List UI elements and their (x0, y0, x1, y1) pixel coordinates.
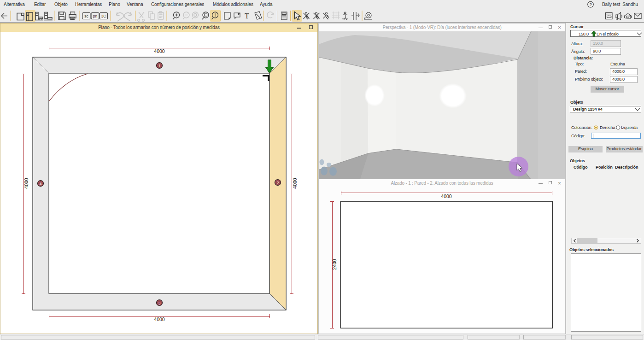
svg-text:pn: pn (93, 14, 98, 18)
svg-text:4000: 4000 (154, 317, 165, 322)
svg-text:sc: sc (84, 14, 88, 18)
svg-text:3: 3 (158, 301, 161, 305)
svg-text:3C: 3C (101, 14, 106, 18)
svg-text:1: 1 (158, 64, 161, 68)
svg-text:?: ? (589, 2, 591, 7)
svg-text:T: T (245, 12, 249, 20)
svg-text:4000: 4000 (292, 178, 298, 189)
svg-text:4000: 4000 (154, 48, 165, 54)
svg-text:4: 4 (40, 182, 42, 186)
svg-text:4000: 4000 (23, 178, 29, 189)
svg-text:4000: 4000 (441, 193, 452, 199)
svg-text:2: 2 (277, 181, 279, 185)
svg-text:2400: 2400 (332, 259, 337, 270)
